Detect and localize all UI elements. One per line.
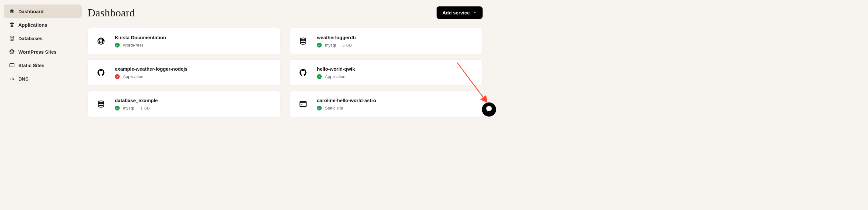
status-ok-icon [317, 106, 322, 110]
card-type: Static site [325, 106, 343, 110]
chevron-down-icon [473, 10, 477, 15]
card-body: hello-world-qwik Application [317, 66, 355, 79]
sidebar-item-dashboard[interactable]: Dashboard [4, 4, 82, 18]
status-ok-icon [115, 43, 120, 47]
sidebar-item-applications[interactable]: Applications [4, 18, 82, 32]
service-card[interactable]: weatherloggerdb mysql 5 GB [289, 28, 483, 54]
github-icon [299, 68, 307, 77]
card-body: database_example mysql 1 GB [115, 98, 158, 110]
wordpress-icon [97, 37, 105, 45]
dns-icon [9, 76, 15, 81]
browser-icon [9, 62, 15, 68]
sidebar-item-label: Dashboard [18, 9, 43, 14]
card-body: caroline-hello-world-astro Static site [317, 98, 376, 110]
service-card[interactable]: example-weather-logger-nodejs Applicatio… [88, 60, 281, 86]
card-meta: mysql 5 GB [317, 43, 356, 47]
add-service-label: Add service [442, 10, 470, 15]
sidebar: Dashboard Applications Databases WordPre… [4, 4, 82, 117]
status-ok-icon [115, 106, 120, 110]
card-meta: Application [317, 74, 355, 79]
card-meta: mysql 1 GB [115, 106, 158, 110]
status-error-icon [115, 74, 120, 79]
service-card[interactable]: caroline-hello-world-astro Static site [289, 91, 483, 117]
page-title: Dashboard [88, 7, 135, 19]
card-body: weatherloggerdb mysql 5 GB [317, 35, 356, 47]
sidebar-item-label: Applications [18, 22, 47, 28]
card-body: example-weather-logger-nodejs Applicatio… [115, 66, 188, 79]
sidebar-item-label: Databases [18, 36, 42, 41]
static-icon [299, 100, 307, 108]
card-extra: 5 GB [342, 43, 352, 47]
service-card[interactable]: hello-world-qwik Application [289, 60, 483, 86]
sidebar-item-label: WordPress Sites [18, 49, 57, 55]
wordpress-icon [9, 49, 15, 55]
card-title: example-weather-logger-nodejs [115, 66, 188, 72]
card-title: hello-world-qwik [317, 66, 355, 72]
chat-icon [486, 105, 493, 114]
sidebar-item-databases[interactable]: Databases [4, 32, 82, 45]
status-ok-icon [317, 43, 322, 47]
sidebar-item-static-sites[interactable]: Static Sites [4, 59, 82, 72]
card-extra: 1 GB [140, 106, 150, 110]
database-icon [9, 35, 15, 41]
card-type: mysql [123, 106, 134, 110]
github-icon [97, 68, 105, 77]
card-type: Application [325, 74, 345, 79]
layers-icon [9, 22, 15, 28]
sidebar-item-wordpress-sites[interactable]: WordPress Sites [4, 45, 82, 59]
cards-grid: Kinsta Documentation WordPress weatherlo… [88, 28, 483, 117]
service-card[interactable]: Kinsta Documentation WordPress [88, 28, 281, 54]
card-type: Application [123, 74, 144, 79]
header: Dashboard Add service [88, 6, 483, 19]
sidebar-item-label: Static Sites [18, 63, 44, 68]
sidebar-item-label: DNS [18, 76, 29, 81]
add-service-button[interactable]: Add service [437, 6, 483, 19]
status-ok-icon [317, 74, 322, 79]
card-meta: Application [115, 74, 188, 79]
main-content: Dashboard Add service Kinsta Documentati… [88, 4, 497, 117]
database-icon [299, 37, 307, 45]
card-meta: WordPress [115, 43, 166, 47]
card-meta: Static site [317, 106, 376, 110]
card-title: database_example [115, 98, 158, 103]
card-title: weatherloggerdb [317, 35, 356, 40]
chat-button[interactable] [482, 102, 496, 116]
home-icon [9, 8, 15, 14]
sidebar-item-dns[interactable]: DNS [4, 72, 82, 85]
card-body: Kinsta Documentation WordPress [115, 35, 166, 47]
card-type: WordPress [123, 43, 144, 47]
card-title: caroline-hello-world-astro [317, 98, 376, 103]
database-icon [97, 100, 105, 108]
service-card[interactable]: database_example mysql 1 GB [88, 91, 281, 117]
card-type: mysql [325, 43, 336, 47]
card-title: Kinsta Documentation [115, 35, 166, 40]
